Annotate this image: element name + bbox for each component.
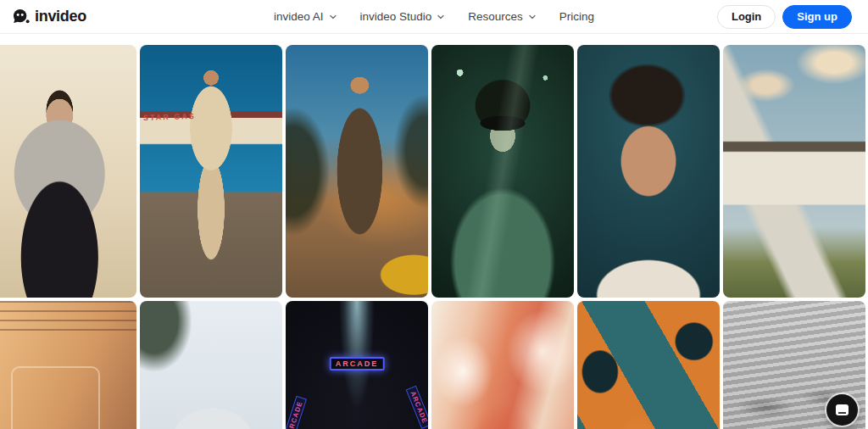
nav-item-pricing[interactable]: Pricing: [559, 10, 594, 23]
nav-item-invideo-ai[interactable]: invideo AI: [274, 10, 337, 23]
gallery-grid: STAR GAS ARCADE ARCADE ARCADE: [0, 45, 865, 429]
arcade-side-sign-left: ARCADE: [286, 396, 307, 429]
top-navigation-bar: invideo invideo AI invideo Studio Resour…: [0, 0, 868, 34]
gas-station-sign-text: STAR GAS: [143, 112, 196, 122]
main-nav: invideo AI invideo Studio Resources Pric…: [274, 10, 594, 23]
gallery-tile-smiling-man-teal[interactable]: [577, 45, 720, 298]
invideo-logo-text: invideo: [35, 8, 86, 25]
nav-item-label: invideo Studio: [359, 10, 431, 23]
gallery-tile-green-tunnel-sunglasses[interactable]: [431, 45, 574, 298]
nav-item-invideo-studio[interactable]: invideo Studio: [359, 10, 445, 23]
gallery-tile-mirror-selfie-silver-outfit[interactable]: [0, 45, 136, 298]
invideo-logo[interactable]: invideo: [12, 8, 86, 25]
gallery-tile-abstract-motion-blur[interactable]: [431, 301, 574, 429]
gallery-tile-ski-helmet-selfie[interactable]: [140, 301, 282, 429]
gallery-tile-white-house-clouds[interactable]: [723, 45, 865, 298]
chat-widget-button[interactable]: [826, 394, 858, 426]
login-button[interactable]: Login: [717, 5, 776, 29]
chevron-down-icon: [328, 13, 337, 21]
gallery-tile-neon-arcade-storefront[interactable]: ARCADE ARCADE ARCADE: [286, 301, 428, 429]
gallery-tile-beige-suit-gas-station[interactable]: STAR GAS: [140, 45, 282, 298]
nav-item-label: Pricing: [559, 10, 594, 23]
invideo-homepage: invideo invideo AI invideo Studio Resour…: [0, 0, 868, 429]
chat-bubble-icon: [836, 404, 849, 415]
nav-item-resources[interactable]: Resources: [468, 10, 537, 23]
auth-buttons: Login Sign up: [717, 5, 852, 29]
chevron-down-icon: [528, 13, 537, 21]
gallery-tile-teal-orange-collage[interactable]: [577, 301, 720, 429]
arcade-side-sign-right: ARCADE: [405, 386, 428, 429]
nav-item-label: Resources: [468, 10, 523, 23]
invideo-logo-icon: [12, 8, 30, 25]
signup-button[interactable]: Sign up: [782, 5, 852, 29]
chevron-down-icon: [437, 13, 445, 21]
gallery-tile-train-window-face[interactable]: [0, 301, 136, 429]
nav-item-label: invideo AI: [274, 10, 324, 23]
arcade-sign-text: ARCADE: [330, 357, 385, 370]
gallery-tile-brown-suit-palm-street[interactable]: [286, 45, 428, 298]
